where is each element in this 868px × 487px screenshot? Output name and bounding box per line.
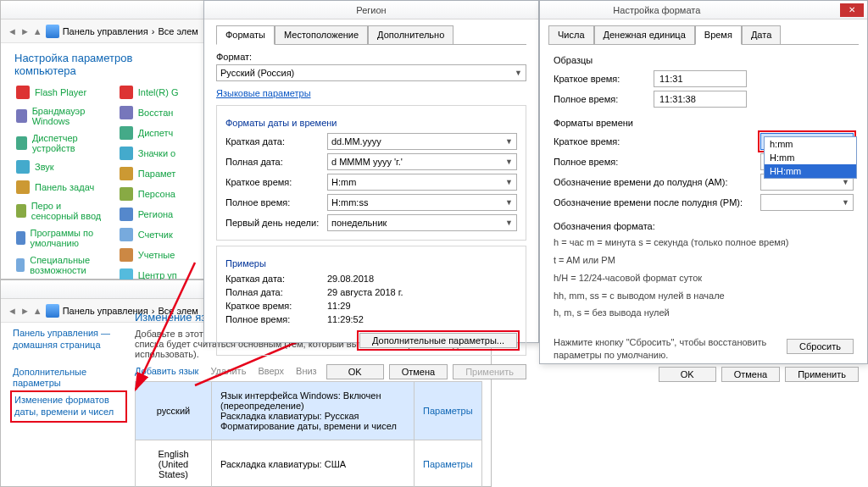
additional-params-button[interactable]: Дополнительные параметры... [359, 333, 517, 348]
field-select[interactable]: H:mm:ss▼ [327, 194, 517, 211]
region-apply-button[interactable]: Применить [453, 364, 526, 379]
lang-param-link[interactable]: Параметры [423, 459, 473, 469]
field-select[interactable]: понедельник▼ [327, 214, 517, 231]
field-select[interactable]: dd.MM.yyyy▼ [327, 133, 517, 150]
format-titlebar[interactable]: Настройка формата ✕ [540, 1, 867, 19]
cp-item-link[interactable]: Счетчик [138, 230, 173, 240]
cp1-breadcrumb[interactable]: ◄ ► ▲ Панель управления › Все элем [1, 19, 208, 43]
cp-item-link[interactable]: Значки о [138, 148, 175, 158]
cp-item-link[interactable]: Панель задач [35, 182, 94, 192]
lang-name-cell: русский [136, 382, 212, 440]
cp-item-link[interactable]: Брандмауэр Windows [32, 106, 106, 126]
field-label: Полное время: [225, 197, 327, 208]
nav-fwd-icon[interactable]: ► [20, 306, 30, 316]
format-apply-button[interactable]: Применить [785, 367, 859, 382]
cp-item[interactable]: Диспетчер устройств [13, 131, 109, 155]
cp-item-icon [120, 86, 133, 99]
format-tabstrip: ЧислаДенежная единицаВремяДата [548, 25, 859, 45]
example-label: Краткая дата: [225, 274, 327, 284]
cp-item-icon [16, 109, 27, 123]
language-row[interactable]: English (United States)Раскладка клавиат… [136, 440, 482, 488]
cp-item-icon [120, 167, 133, 180]
region-tab[interactable]: Форматы [216, 25, 275, 45]
cp-item-icon [16, 231, 25, 245]
dropdown-option[interactable]: HH:mm [765, 164, 856, 178]
lang-details-cell: Раскладка клавиатуры: США [212, 440, 415, 488]
side-link[interactable]: Изменение форматов даты, времени и чисел [13, 393, 125, 420]
pm-select[interactable]: ▼ [760, 194, 854, 211]
lang-param-link[interactable]: Параметры [423, 406, 473, 416]
cp-item[interactable]: Intel(R) G [116, 84, 196, 101]
cp-item-link[interactable]: Региона [138, 209, 173, 219]
cp-item[interactable]: Звук [13, 158, 109, 175]
side-home-link[interactable]: Панель управления — домашняя страница [13, 328, 125, 351]
cp-item-link[interactable]: Программы по умолчанию [31, 228, 106, 248]
language-table: русскийЯзык интерфейса Windows: Включен … [135, 381, 482, 487]
format-tab[interactable]: Числа [548, 25, 594, 45]
format-settings-dialog: Настройка формата ✕ ЧислаДенежная единиц… [539, 0, 868, 364]
cp-item[interactable]: Flash Player [13, 84, 109, 101]
cp-item[interactable]: Учетные [116, 246, 196, 263]
add-language-button[interactable]: Добавить язык [135, 366, 198, 376]
cp-item[interactable]: Региона [116, 206, 196, 223]
reset-button[interactable]: Сбросить [787, 339, 854, 354]
cp-item-link[interactable]: Персона [138, 189, 175, 199]
language-row[interactable]: русскийЯзык интерфейса Windows: Включен … [136, 382, 482, 440]
cp-item-link[interactable]: Перо и сенсорный ввод [31, 201, 106, 221]
region-ok-button[interactable]: OK [326, 364, 384, 379]
example-value: 29 августа 2018 г. [327, 287, 403, 297]
lang-param-cell: Параметры [415, 382, 482, 440]
cp-item-link[interactable]: Учетные [138, 250, 175, 260]
cp-item[interactable]: Программы по умолчанию [13, 226, 109, 250]
format-tab[interactable]: Денежная единица [594, 25, 695, 45]
field-select[interactable]: d MMMM yyyy 'г.'▼ [327, 153, 517, 170]
legend-line-5: h, m, s = без вывода нулей [554, 307, 854, 319]
language-params-link[interactable]: Языковые параметры [216, 88, 526, 98]
cp-item-icon [120, 187, 133, 201]
cp-item[interactable]: Восстан [116, 104, 196, 121]
breadcrumb-root[interactable]: Панель управления [63, 26, 148, 36]
field-select[interactable]: H:mm▼ [327, 174, 517, 191]
cp-item[interactable]: Специальные возможности [13, 253, 109, 277]
breadcrumb-sep: › [152, 26, 155, 36]
dropdown-option[interactable]: H:mm [765, 151, 856, 164]
cp-item[interactable]: Перо и сенсорный ввод [13, 199, 109, 223]
cp-item[interactable]: Брандмауэр Windows [13, 104, 109, 128]
format-cancel-button[interactable]: Отмена [721, 367, 780, 382]
cp-item[interactable]: Персона [116, 185, 196, 202]
cp-item[interactable]: Счетчик [116, 226, 196, 243]
format-tab[interactable]: Дата [742, 25, 781, 45]
breadcrumb-current[interactable]: Все элем [158, 26, 198, 36]
cp-item-link[interactable]: Диспетчер устройств [32, 133, 106, 153]
region-titlebar[interactable]: Регион [204, 1, 538, 19]
example-value: 11:29:52 [327, 314, 364, 324]
region-tab[interactable]: Дополнительно [368, 25, 453, 45]
nav-back-icon[interactable]: ◄ [8, 306, 17, 316]
cp-item-link[interactable]: Специальные возможности [30, 255, 106, 275]
cp-item-link[interactable]: Intel(R) G [138, 87, 179, 97]
nav-fwd-icon[interactable]: ► [20, 26, 30, 36]
format-select[interactable]: Русский (Россия) ▼ [216, 64, 526, 81]
close-icon[interactable]: ✕ [840, 3, 864, 17]
region-cancel-button[interactable]: Отмена [389, 364, 448, 379]
short-time-dropdown[interactable]: h:mmH:mmHH:mm [764, 136, 857, 179]
cp-item-link[interactable]: Звук [35, 162, 54, 172]
cp-item[interactable]: Парамет [116, 165, 196, 182]
cp-item-link[interactable]: Flash Player [35, 87, 86, 97]
side-link[interactable]: Дополнительные параметры [13, 367, 125, 390]
cp-item-link[interactable]: Диспетч [138, 128, 174, 138]
nav-up-icon[interactable]: ▲ [33, 306, 42, 316]
cp-item-link[interactable]: Восстан [138, 108, 174, 118]
cp1-titlebar[interactable] [1, 1, 208, 19]
cp-item[interactable]: Значки о [116, 145, 196, 162]
region-tab[interactable]: Местоположение [275, 25, 368, 45]
cp-item-icon [120, 228, 133, 241]
cp-item-link[interactable]: Парамет [138, 169, 176, 179]
cp-item[interactable]: Диспетч [116, 125, 196, 141]
cp-item[interactable]: Панель задач [13, 179, 109, 196]
nav-up-icon[interactable]: ▲ [33, 26, 42, 36]
format-ok-button[interactable]: OK [659, 367, 716, 382]
format-tab[interactable]: Время [695, 25, 742, 45]
nav-back-icon[interactable]: ◄ [8, 26, 17, 36]
dropdown-option[interactable]: h:mm [765, 137, 856, 151]
